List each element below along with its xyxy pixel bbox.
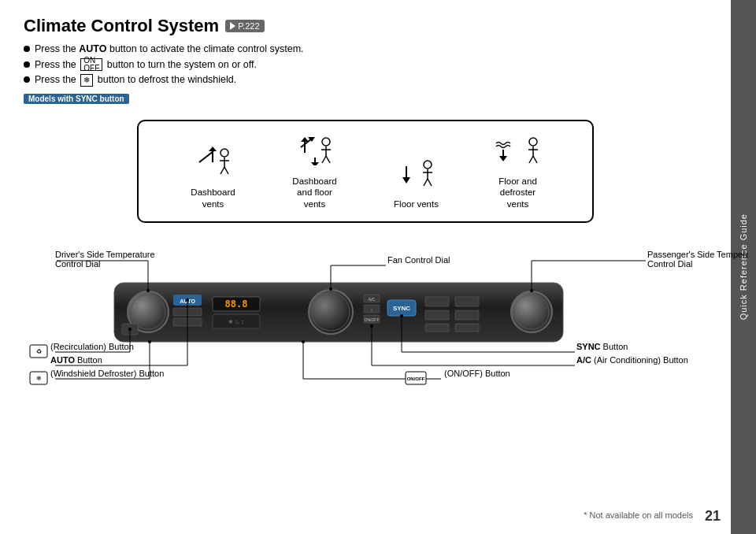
svg-point-67 xyxy=(400,314,403,317)
svg-marker-2 xyxy=(209,146,217,151)
bullet-item-1: Press the AUTO button to activate the cl… xyxy=(24,43,707,57)
defrost-icon: ❄ xyxy=(80,74,93,87)
svg-point-52 xyxy=(530,289,533,292)
page-number: 21 xyxy=(705,508,721,525)
dashboard-vents-label: Dashboardvents xyxy=(191,187,235,210)
svg-line-0 xyxy=(199,151,213,162)
floor-vents-label: Floor vents xyxy=(394,198,439,210)
floor-defroster-vents-label: Floor anddefrostervents xyxy=(498,176,537,211)
svg-text:88.8: 88.8 xyxy=(225,299,248,310)
svg-point-70 xyxy=(370,324,373,328)
airflow-diagram: Dashboardvents Dashboardand floorvents xyxy=(137,120,594,224)
svg-text:↕: ↕ xyxy=(371,307,373,312)
svg-text:ON/OFF: ON/OFF xyxy=(407,376,425,381)
ac-label: A/C (Air Conditioning) Button xyxy=(576,355,688,365)
bullet-text-1: Press the AUTO button to activate the cl… xyxy=(35,43,304,57)
svg-point-55 xyxy=(329,287,332,291)
fan-dial-label: Fan Control Dial xyxy=(387,255,450,265)
sync-badge: Models with SYNC button xyxy=(24,94,129,104)
svg-point-64 xyxy=(148,340,151,343)
control-panel-svg: AUTO 88.8 ❄ ♨ ↕ A/C ↕ ON/OFF SYNC xyxy=(24,235,748,393)
svg-rect-44 xyxy=(425,324,449,332)
bullet-item-2: Press the ONOFF button to turn the syste… xyxy=(24,58,707,72)
svg-rect-40 xyxy=(425,297,449,306)
floor-defroster-vents-icon xyxy=(492,135,543,169)
svg-text:ON/OFF: ON/OFF xyxy=(365,317,380,322)
svg-marker-15 xyxy=(499,156,507,161)
airflow-item-floor: Floor vents xyxy=(381,158,452,210)
svg-point-10 xyxy=(322,138,330,146)
page-ref-arrow-icon xyxy=(230,22,235,30)
svg-text:Control Dial: Control Dial xyxy=(55,259,100,269)
bullet-text-2: Press the ONOFF button to turn the syste… xyxy=(35,58,257,72)
page-ref-number: P.222 xyxy=(238,21,259,31)
bullet-list: Press the AUTO button to activate the cl… xyxy=(24,43,707,87)
svg-rect-42 xyxy=(425,310,449,320)
page-title: Climate Control System P.222 xyxy=(24,16,707,36)
svg-text:❄: ❄ xyxy=(36,375,42,382)
svg-point-58 xyxy=(128,328,132,331)
bullet-dot-1 xyxy=(24,46,30,52)
onoff-icon: ONOFF xyxy=(80,58,102,71)
svg-point-73 xyxy=(302,340,305,343)
svg-marker-7 xyxy=(301,137,309,142)
airflow-item-dashboard: Dashboardvents xyxy=(178,146,249,210)
svg-point-49 xyxy=(146,289,150,292)
svg-point-13 xyxy=(424,161,432,169)
page-ref-badge: P.222 xyxy=(225,20,264,32)
auto-label: AUTO Button xyxy=(50,355,102,365)
footer-note: * Not available on all models xyxy=(584,510,693,520)
main-content: Climate Control System P.222 Press the A… xyxy=(0,0,731,534)
bullet-dot-2 xyxy=(24,61,30,68)
svg-text:SYNC: SYNC xyxy=(393,305,410,312)
svg-rect-41 xyxy=(455,297,479,306)
svg-rect-43 xyxy=(455,310,479,320)
onoff-label: (ON/OFF) Button xyxy=(444,369,510,378)
recirculation-label: (Recirculation) Button xyxy=(50,342,134,351)
svg-text:♻: ♻ xyxy=(36,348,42,355)
svg-marker-9 xyxy=(311,162,319,165)
svg-rect-45 xyxy=(455,324,479,332)
title-text: Climate Control System xyxy=(24,16,219,36)
passenger-temp-label: Passenger's Side Temperature xyxy=(647,250,748,259)
dashboard-vents-icon xyxy=(191,146,235,180)
auto-keyword: AUTO xyxy=(79,43,106,54)
svg-marker-12 xyxy=(402,177,410,184)
sync-label: SYNC Button xyxy=(576,342,628,351)
svg-text:Control Dial: Control Dial xyxy=(647,259,692,269)
svg-point-38 xyxy=(511,291,552,332)
dashboard-floor-vents-icon xyxy=(293,135,336,169)
bullet-item-3: Press the ❄ button to defrost the windsh… xyxy=(24,73,707,87)
airflow-item-dashboard-floor: Dashboardand floorvents xyxy=(280,135,350,211)
svg-point-16 xyxy=(529,138,537,146)
control-panel-area: AUTO 88.8 ❄ ♨ ↕ A/C ↕ ON/OFF SYNC xyxy=(24,235,707,393)
svg-text:A/C: A/C xyxy=(369,297,376,302)
dashboard-floor-vents-label: Dashboardand floorvents xyxy=(292,176,336,211)
bullet-text-3: Press the ❄ button to defrost the windsh… xyxy=(35,73,236,87)
floor-vents-icon xyxy=(395,158,438,192)
windshield-label: (Windshield Defroster) Button xyxy=(50,369,164,378)
svg-point-24 xyxy=(309,290,353,334)
airflow-item-floor-defroster: Floor anddefrostervents xyxy=(483,135,554,211)
driver-temp-label: Driver's Side Temperature xyxy=(55,250,155,259)
svg-point-61 xyxy=(186,299,189,302)
svg-text:❄  ♨  ↕: ❄ ♨ ↕ xyxy=(228,319,243,324)
svg-point-3 xyxy=(220,149,228,157)
bullet-dot-3 xyxy=(24,76,30,83)
